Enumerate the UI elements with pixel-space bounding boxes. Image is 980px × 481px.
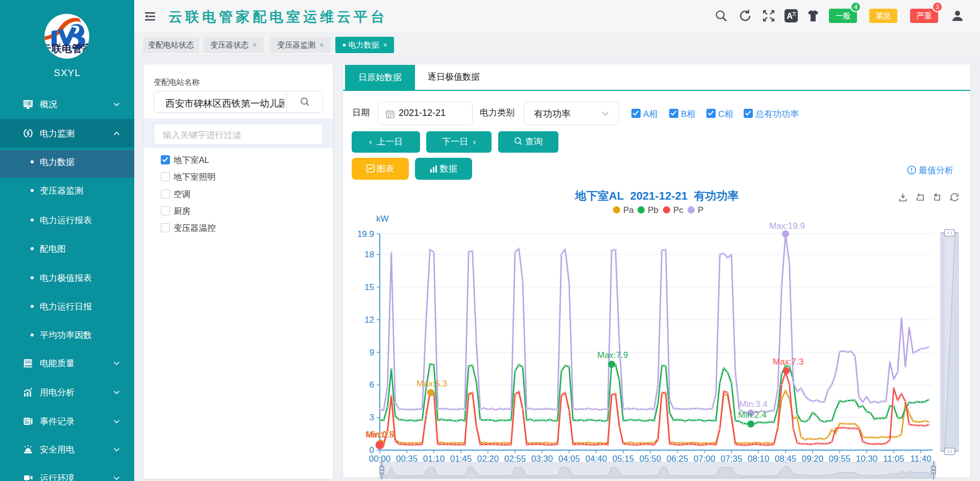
svg-text:地下室AL 2021-12-21 有功功率: 地下室AL 2021-12-21 有功功率 xyxy=(574,189,739,202)
svg-text:Min:0.5: Min:0.5 xyxy=(365,430,394,440)
svg-text:12: 12 xyxy=(364,315,374,325)
svg-text:Min:3.4: Min:3.4 xyxy=(739,399,768,409)
svg-text:Pa: Pa xyxy=(623,205,634,215)
svg-text:Max:7.9: Max:7.9 xyxy=(597,350,628,360)
svg-text:6: 6 xyxy=(370,380,374,390)
svg-text:18: 18 xyxy=(364,250,374,259)
svg-text:Pb: Pb xyxy=(648,205,658,215)
svg-text:9: 9 xyxy=(370,348,374,357)
svg-text:kW: kW xyxy=(376,214,389,224)
svg-text:Max:7.3: Max:7.3 xyxy=(773,357,803,367)
svg-text:P: P xyxy=(698,205,703,215)
svg-text:15: 15 xyxy=(364,282,374,292)
svg-text:云联电管家: 云联电管家 xyxy=(44,43,89,54)
svg-text:Max:5.3: Max:5.3 xyxy=(416,379,447,389)
svg-text:3: 3 xyxy=(370,413,374,422)
svg-text:Pc: Pc xyxy=(673,205,683,215)
svg-text:Min:2.4: Min:2.4 xyxy=(738,410,767,420)
svg-text:19.9: 19.9 xyxy=(357,229,374,239)
svg-text:Max:19.9: Max:19.9 xyxy=(769,221,805,231)
svg-text:文: 文 xyxy=(792,11,797,16)
